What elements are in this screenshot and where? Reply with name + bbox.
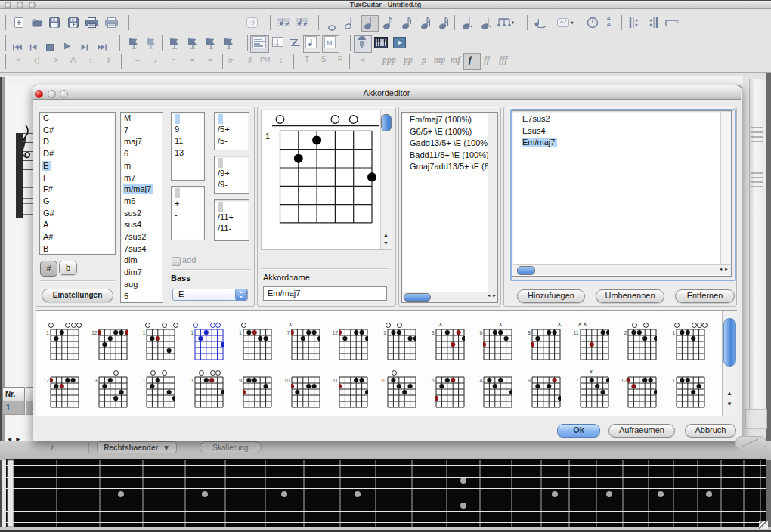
svg-text:M: M — [327, 39, 333, 47]
svg-text:1: 1 — [265, 131, 270, 141]
